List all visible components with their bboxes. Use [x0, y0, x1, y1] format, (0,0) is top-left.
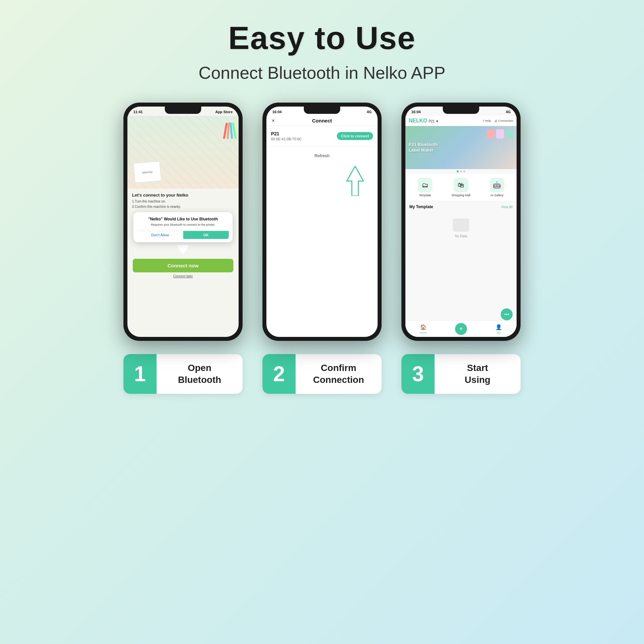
bt-dialog-body: Requires your bluetooth to connect to th…	[137, 223, 229, 227]
status-carrier-1: App Store	[215, 110, 233, 114]
step-card-3: 3 StartUsing	[401, 354, 521, 394]
step-1-label: OpenBluetooth	[157, 362, 243, 386]
connection-button[interactable]: 🖨 Connection	[494, 119, 513, 122]
ai-gallery-menu-item[interactable]: 🤖 AI Gallery	[490, 178, 504, 197]
arrow-overlay-2	[345, 166, 365, 197]
connect-screen-header: × Connect	[266, 116, 378, 126]
phone-1-screen: 11:41 App Store planning Let's c	[127, 107, 239, 337]
phone-1-text-area: Let's connect to your Nelko 1.Turn the m…	[127, 189, 239, 209]
phones-row: 11:41 App Store planning Let's c	[0, 103, 644, 341]
bottom-navigation: 🏠 Home + 👤 My	[405, 320, 517, 337]
dot-3	[463, 170, 465, 172]
planning-notebook: planning	[133, 161, 161, 183]
phone-3: 16:04 4G NELKO P21 ▼ ? Help 🖨 Connection	[401, 103, 521, 341]
step-card-1: 1 OpenBluetooth	[123, 354, 243, 394]
my-template-title: My Template	[409, 205, 433, 209]
home-icon: 🏠	[420, 323, 427, 331]
bt-dialog-buttons: Don't Allow OK	[137, 231, 229, 239]
arrow-svg	[345, 166, 365, 196]
device-name: P21	[271, 131, 302, 136]
phone-1-hero-image: planning	[127, 116, 239, 189]
welcome-title: Let's connect to your Nelko	[132, 193, 234, 198]
ai-gallery-icon: 🤖	[490, 178, 504, 192]
home-label: Home	[420, 331, 427, 334]
step-card-2: 2 ConfirmConnection	[262, 354, 382, 394]
question-icon: ?	[483, 119, 484, 122]
pens-decoration	[224, 122, 235, 139]
nav-home[interactable]: 🏠 Home	[420, 323, 427, 334]
template-icon: 🗂	[418, 178, 432, 192]
shopping-menu-item[interactable]: 🛍 Shopping Mall	[451, 178, 470, 197]
step-2-label: ConfirmConnection	[296, 362, 382, 386]
step-3-label: StartUsing	[435, 362, 521, 386]
phone-2-screen: 16:04 4G × Connect P21 60:6E:41:0B:70:6C…	[266, 107, 378, 337]
bluetooth-dialog: "Nelko" Would Like to Use Bluetooth Requ…	[133, 212, 233, 242]
template-menu-item[interactable]: 🗂 Template	[418, 178, 432, 197]
step-2-text: 2.Confirm this machine is nearby.	[132, 204, 234, 209]
nelko-app-header: NELKO P21 ▼ ? Help 🖨 Connection	[405, 116, 517, 126]
banner-text: P21 BluetoothLabel Maker	[409, 142, 437, 153]
svg-marker-0	[347, 166, 363, 196]
nav-my[interactable]: 👤 My	[495, 323, 502, 334]
ai-gallery-label: AI Gallery	[490, 194, 504, 197]
step-3-number: 3	[401, 354, 435, 394]
status-time-2: 16:04	[272, 110, 282, 114]
step-2-number: 2	[262, 354, 296, 394]
bt-ok-button[interactable]: OK	[183, 231, 229, 239]
product-banner: P21 BluetoothLabel Maker	[405, 126, 517, 169]
device-info: P21 60:6E:41:0B:70:6C	[271, 131, 302, 141]
profile-icon: 👤	[495, 323, 502, 331]
connect-later-link[interactable]: Connect later	[127, 274, 239, 278]
steps-row: 1 OpenBluetooth 2 ConfirmConnection 3 St…	[0, 354, 644, 394]
close-button[interactable]: ×	[272, 118, 275, 124]
dot-1	[457, 170, 459, 172]
step-1-text: 1.Turn the machine on.	[132, 199, 234, 204]
connect-now-button[interactable]: Connect now	[133, 259, 233, 272]
white-arrow-icon	[176, 245, 190, 255]
status-time-1: 11:41	[133, 110, 143, 114]
phone-2-notch	[304, 107, 340, 114]
steps-text: 1.Turn the machine on. 2.Confirm this ma…	[132, 199, 234, 209]
no-data-area: No Data	[409, 212, 513, 245]
mugs-decoration	[487, 129, 513, 139]
help-button[interactable]: ? Help	[483, 119, 491, 122]
main-menu: 🗂 Template 🛍 Shopping Mall 🤖 AI Gallery	[405, 174, 517, 201]
dot-2	[460, 170, 462, 172]
shopping-label: Shopping Mall	[451, 194, 470, 197]
nelko-logo: NELKO P21 ▼	[409, 118, 439, 124]
fab-button[interactable]: •••	[501, 308, 513, 320]
phone-1-notch	[165, 107, 201, 114]
nelko-header-actions: ? Help 🖨 Connection	[483, 119, 513, 122]
page-title: Easy to Use	[228, 20, 416, 56]
status-signal-2: 4G	[367, 110, 372, 114]
no-data-text: No Data	[416, 234, 506, 238]
status-signal-3: 4G	[506, 110, 511, 114]
bt-deny-button[interactable]: Don't Allow	[137, 231, 183, 239]
status-time-3: 16:04	[411, 110, 421, 114]
printer-icon: 🖨	[494, 119, 497, 122]
my-template-header: My Template View All	[409, 205, 513, 209]
phone-2: 16:04 4G × Connect P21 60:6E:41:0B:70:6C…	[262, 103, 382, 341]
refresh-label[interactable]: Refresh	[314, 153, 330, 158]
device-list-row: P21 60:6E:41:0B:70:6C Click to connect	[266, 126, 378, 147]
phone-3-screen: 16:04 4G NELKO P21 ▼ ? Help 🖨 Connection	[405, 107, 517, 337]
my-template-section: My Template View All No Data	[405, 201, 517, 248]
banner-pagination	[405, 169, 517, 174]
nelko-brand-text: NELKO	[409, 118, 427, 123]
refresh-area: Refresh	[266, 147, 378, 165]
view-all-link[interactable]: View All	[501, 205, 513, 209]
shopping-icon: 🛍	[454, 178, 468, 192]
step-1-number: 1	[123, 354, 157, 394]
nav-add-button[interactable]: +	[455, 323, 467, 335]
device-mac: 60:6E:41:0B:70:6C	[271, 137, 302, 141]
connect-screen-title: Connect	[312, 118, 332, 123]
nelko-model-text: P21 ▼	[429, 119, 438, 123]
phone-1: 11:41 App Store planning Let's c	[123, 103, 243, 341]
my-label: My	[497, 331, 501, 334]
phone-3-notch	[443, 107, 479, 114]
bt-dialog-title: "Nelko" Would Like to Use Bluetooth	[137, 217, 229, 221]
template-label: Template	[419, 194, 431, 197]
page-subtitle: Connect Bluetooth in Nelko APP	[199, 63, 445, 83]
click-to-connect-button[interactable]: Click to connect	[337, 132, 373, 140]
no-data-icon	[453, 218, 469, 232]
